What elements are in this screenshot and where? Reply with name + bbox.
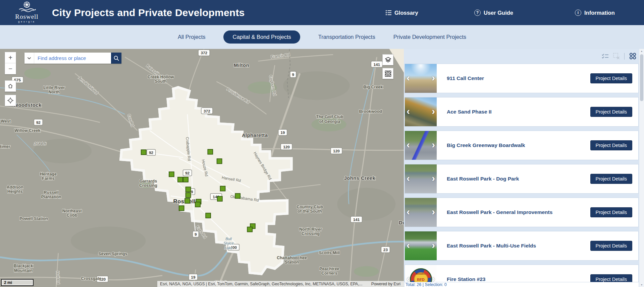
project-marker[interactable] [206,213,211,218]
clear-selection-icon[interactable] [613,53,620,60]
scroll-thumb[interactable] [640,54,643,101]
svg-text:9: 9 [191,190,193,194]
information-label: Information [584,9,615,16]
project-title: Big Creek Greenway Boardwalk [447,142,525,148]
route-shield: 9 [290,71,296,77]
search-button[interactable] [111,53,121,64]
carousel-prev-icon[interactable]: ‹ [407,207,410,217]
search-icon [113,55,119,61]
project-details-button[interactable]: Project Details [590,140,632,150]
home-icon [7,83,13,89]
place-label: Brookwood [359,110,382,114]
carousel-next-icon[interactable]: › [432,207,435,217]
project-details-button[interactable]: Project Details [590,73,632,83]
project-marker[interactable] [217,196,222,201]
basemap-gallery-button[interactable] [382,68,393,79]
chevron-down-icon [27,57,31,60]
zoom-in-button[interactable]: + [5,52,16,63]
place-label: Du [399,220,404,226]
place-label: North RiverCrossing [299,227,322,236]
route-shield: 372 [201,108,213,114]
tab-all-projects[interactable]: All Projects [178,34,206,40]
tab-capital-bond-projects[interactable]: Capital & Bond Projects [223,30,300,44]
status-text: Total: 26 | Selection: 0 [406,282,447,287]
glossary-label: Glossary [394,9,418,16]
project-photo: ‹› [405,164,437,193]
user-guide-link[interactable]: ? User Guide [474,9,513,16]
place-label: Woodstock [13,102,42,108]
powered-by-esri[interactable]: Powered by Esri [371,282,400,286]
place-label: timer [0,144,10,149]
project-marker[interactable] [220,186,225,191]
home-button[interactable] [5,80,16,92]
locate-icon [7,97,14,104]
carousel-prev-icon[interactable]: ‹ [407,140,410,150]
project-marker[interactable] [217,159,222,164]
scroll-up-icon[interactable]: ▲ [639,50,644,52]
scroll-down-icon[interactable]: ▼ [639,284,644,286]
carousel-next-icon[interactable]: › [432,140,435,150]
project-marker[interactable] [179,206,184,211]
carousel-prev-icon[interactable]: ‹ [407,106,410,116]
carousel-next-icon[interactable]: › [432,240,435,250]
project-marker[interactable] [247,227,252,232]
zoom-controls: + − [5,52,16,74]
project-marker[interactable] [235,194,240,199]
project-marker[interactable] [169,172,174,177]
map[interactable]: 3721419575372921912012092929140914140023… [0,49,404,287]
project-marker[interactable] [141,150,146,155]
carousel-next-icon[interactable]: › [432,73,435,83]
select-records-icon[interactable] [602,53,609,59]
tab-transportation-projects[interactable]: Transportation Projects [318,34,375,40]
list-scrollbar[interactable]: ▲ ▼ [639,49,644,287]
search-input[interactable] [34,53,111,64]
mill-wheel-logo-icon [17,1,37,12]
route-shield: 23 [381,246,390,253]
place-label: Scotts Mill [319,251,340,256]
place-label: Crossgate [81,276,101,281]
place-label: BlackjackMountain [14,264,33,273]
project-card: ‹›Ace Sand Phase IIProject Details [405,97,639,127]
route-shield: 19 [189,274,198,280]
place-label: Milton [234,63,249,68]
zoom-out-button[interactable]: − [5,63,16,74]
project-photo: ‹› [405,64,437,93]
project-marker[interactable] [186,193,191,198]
project-title: East Roswell Park - Dog Park [447,176,519,182]
project-card: ‹›East Roswell Park - Multi-Use FieldsPr… [405,231,639,261]
svg-text:9: 9 [292,72,294,77]
carousel-prev-icon[interactable]: ‹ [407,173,410,183]
project-marker[interactable] [183,177,188,182]
layers-button[interactable] [382,54,393,65]
svg-text:9: 9 [195,232,197,236]
information-link[interactable]: i Information [575,9,615,16]
grid-view-icon[interactable] [629,52,637,60]
project-details-button[interactable]: Project Details [590,207,632,217]
carousel-next-icon[interactable]: › [432,106,435,116]
project-details-button[interactable]: Project Details [590,174,632,184]
project-marker[interactable] [208,149,213,154]
search-source-dropdown[interactable] [24,53,34,64]
route-shield: 372 [198,50,210,56]
glossary-link[interactable]: Glossary [386,9,418,16]
tab-private-development-projects[interactable]: Private Development Projects [393,34,466,40]
project-photo: ‹› [405,231,437,260]
carousel-prev-icon[interactable]: ‹ [407,73,410,83]
project-card: ‹›Big Creek Greenway BoardwalkProject De… [405,131,639,160]
project-card: ‹›911 Call CenterProject Details [405,64,639,93]
project-details-button[interactable]: Project Details [590,107,632,117]
project-details-button[interactable]: Project Details [590,241,632,251]
place-label: GarrardsCrossing [139,179,157,188]
carousel-prev-icon[interactable]: ‹ [407,240,410,250]
project-marker[interactable] [178,177,183,182]
project-photo: ‹› [405,198,437,227]
place-label: Big Creek [363,85,383,89]
project-marker[interactable] [186,187,191,192]
place-label: AddisonHeights [7,185,23,194]
project-marker[interactable] [195,202,200,207]
route-shield: 92 [147,149,156,155]
locate-button[interactable] [5,95,16,106]
carousel-next-icon[interactable]: › [432,173,435,183]
project-marker[interactable] [185,198,190,203]
svg-text:92: 92 [149,150,154,155]
